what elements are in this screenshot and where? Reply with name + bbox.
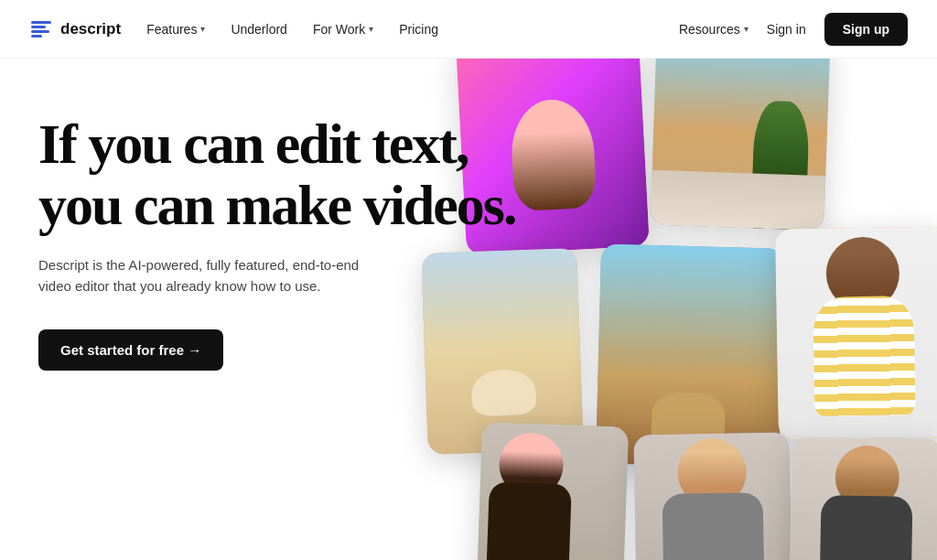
features-chevron-icon: ▾ <box>200 24 205 34</box>
sign-up-button[interactable]: Sign up <box>824 13 908 46</box>
hero-headline-line1: If you can edit text, <box>38 113 468 175</box>
resources-chevron-icon: ▾ <box>744 24 749 34</box>
svg-rect-0 <box>31 21 51 24</box>
photo-card-2 <box>650 59 830 231</box>
nav-item-for-work[interactable]: For Work ▾ <box>313 22 373 37</box>
for-work-chevron-icon: ▾ <box>369 24 373 34</box>
svg-rect-3 <box>31 35 42 38</box>
for-work-label: For Work <box>313 22 365 37</box>
logo-text: descript <box>60 20 121 38</box>
photo-card-6 <box>477 422 629 560</box>
navbar: descript Features ▾ Underlord For Work ▾… <box>0 0 937 59</box>
nav-item-resources[interactable]: Resources ▾ <box>679 22 749 37</box>
descript-logo-icon <box>29 17 53 41</box>
photo-card-7 <box>633 433 792 560</box>
svg-rect-1 <box>31 26 46 28</box>
pricing-label: Pricing <box>399 22 438 37</box>
nav-right: Resources ▾ Sign in Sign up <box>679 13 908 46</box>
nav-item-pricing[interactable]: Pricing <box>399 22 438 37</box>
logo[interactable]: descript <box>29 17 121 41</box>
resources-label: Resources <box>679 22 740 37</box>
hero-subtext: Descript is the AI-powered, fully featur… <box>38 254 395 297</box>
features-label: Features <box>146 22 197 37</box>
photo-card-5 <box>775 226 937 439</box>
underlord-label: Underlord <box>231 22 286 37</box>
svg-rect-2 <box>31 30 49 33</box>
hero-headline-line2: you can make videos. <box>38 174 515 236</box>
hero-headline: If you can edit text, you can make video… <box>38 113 515 236</box>
sign-in-link[interactable]: Sign in <box>767 22 806 37</box>
photo-card-8 <box>789 437 937 560</box>
nav-item-features[interactable]: Features ▾ <box>146 22 205 37</box>
hero-section: If you can edit text, you can make video… <box>0 59 937 560</box>
nav-item-underlord[interactable]: Underlord <box>231 22 286 37</box>
cta-button[interactable]: Get started for free → <box>38 329 223 371</box>
nav-left: descript Features ▾ Underlord For Work ▾… <box>29 17 438 41</box>
hero-content: If you can edit text, you can make video… <box>38 113 515 371</box>
